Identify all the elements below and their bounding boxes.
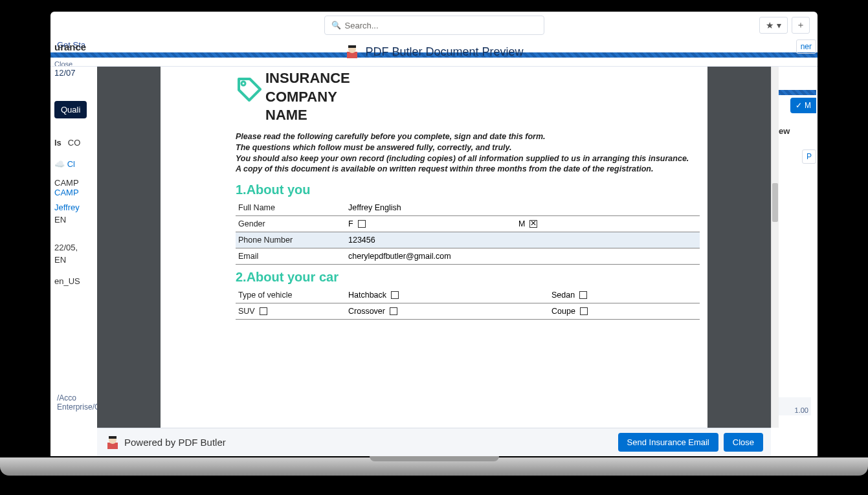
full-name-value: Jeffrey English	[346, 200, 700, 216]
about-car-table: Type of vehicle Hatchback Sedan SUV Cros…	[236, 287, 700, 320]
intro-line-3: You should also keep your own record (in…	[236, 153, 700, 164]
top-bar: 🔍 Search... ★ ▾ ＋	[50, 12, 818, 39]
send-email-button[interactable]: Send Insurance Email	[618, 433, 718, 452]
search-placeholder: Search...	[345, 21, 379, 30]
tag-icon	[236, 76, 262, 102]
doc-bg-right	[707, 67, 771, 428]
doc-bg-left	[97, 67, 161, 428]
intro-text: Please read the following carefully befo…	[236, 131, 700, 175]
checkbox-empty-icon	[358, 220, 366, 228]
email-value: cherylepdfbutler@gmail.com	[346, 248, 700, 265]
gender-label: Gender	[236, 216, 346, 232]
vehicle-crossover: Crossover	[348, 307, 397, 316]
section-about-you: 1.About you	[236, 182, 700, 197]
vehicle-coupe: Coupe	[551, 307, 588, 316]
intro-line-1: Please read the following carefully befo…	[236, 131, 700, 142]
svg-point-3	[241, 82, 245, 85]
global-search[interactable]: 🔍 Search...	[324, 16, 544, 35]
section-about-car: 2.About your car	[236, 270, 700, 285]
checkbox-checked-icon	[529, 220, 537, 228]
modal-header: PDF Butler Document Preview	[50, 39, 818, 67]
svg-rect-2	[348, 45, 356, 48]
intro-line-4: A copy of this document is available on …	[236, 164, 700, 175]
laptop-notch	[370, 456, 499, 461]
document-preview-area: INSURANCE COMPANY NAME Please read the f…	[50, 67, 818, 428]
checkbox-empty-icon	[260, 307, 267, 315]
checkbox-empty-icon	[579, 291, 587, 299]
full-name-label: Full Name	[236, 200, 346, 216]
about-you-table: Full Name Jeffrey English Gender F M	[236, 200, 700, 265]
document-page: INSURANCE COMPANY NAME Please read the f…	[228, 67, 707, 428]
company-name: INSURANCE COMPANY NAME	[265, 69, 350, 125]
email-label: Email	[236, 248, 346, 265]
checkbox-empty-icon	[390, 307, 397, 315]
vehicle-hatchback: Hatchback	[348, 291, 399, 300]
gender-male-option: M	[518, 219, 537, 228]
phone-value: 123456	[346, 232, 700, 248]
powered-by-text: Powered by PDF Butler	[124, 437, 226, 448]
close-button[interactable]: Close	[724, 433, 763, 452]
vehicle-suv: SUV	[238, 307, 267, 316]
modal-footer: Powered by PDF Butler Send Insurance Ema…	[97, 428, 771, 456]
add-button[interactable]: ＋	[792, 17, 810, 34]
vehicle-type-label: Type of vehicle	[236, 287, 346, 303]
checkbox-empty-icon	[391, 291, 399, 299]
preview-modal: PDF Butler Document Preview IN	[50, 39, 818, 456]
preview-scrollbar[interactable]	[771, 67, 779, 428]
favorites-button[interactable]: ★ ▾	[759, 17, 788, 34]
scrollbar-thumb[interactable]	[772, 183, 778, 222]
phone-label: Phone Number	[236, 232, 346, 248]
pdf-butler-logo-icon	[344, 44, 360, 60]
modal-title: PDF Butler Document Preview	[365, 45, 523, 59]
vehicle-sedan: Sedan	[551, 291, 587, 300]
search-icon: 🔍	[331, 21, 341, 30]
intro-line-2: The questions which follow must be answe…	[236, 142, 700, 153]
pdf-butler-logo-icon	[105, 435, 120, 450]
checkbox-empty-icon	[580, 307, 588, 315]
gender-female-option: F	[348, 219, 366, 228]
svg-rect-6	[109, 436, 117, 439]
doc-gutter-left	[161, 67, 228, 428]
